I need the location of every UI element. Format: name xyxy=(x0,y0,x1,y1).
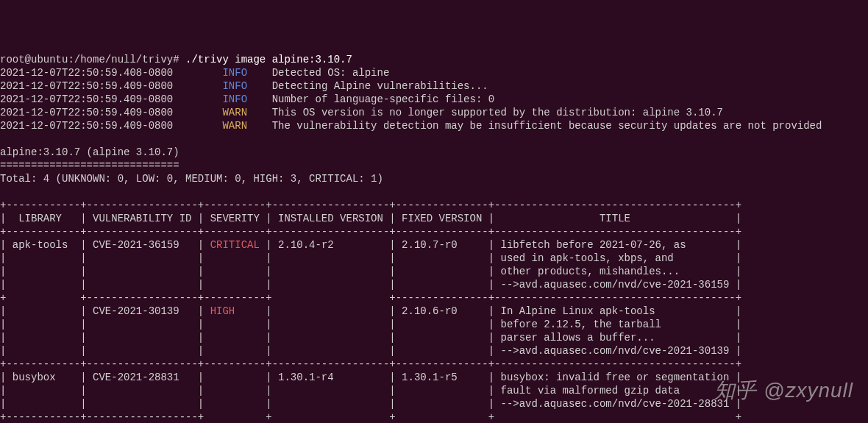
terminal-output: root@ubuntu:/home/null/trivy# ./trivy im… xyxy=(0,53,868,423)
watermark: 知乎 @zxynull xyxy=(714,384,853,397)
